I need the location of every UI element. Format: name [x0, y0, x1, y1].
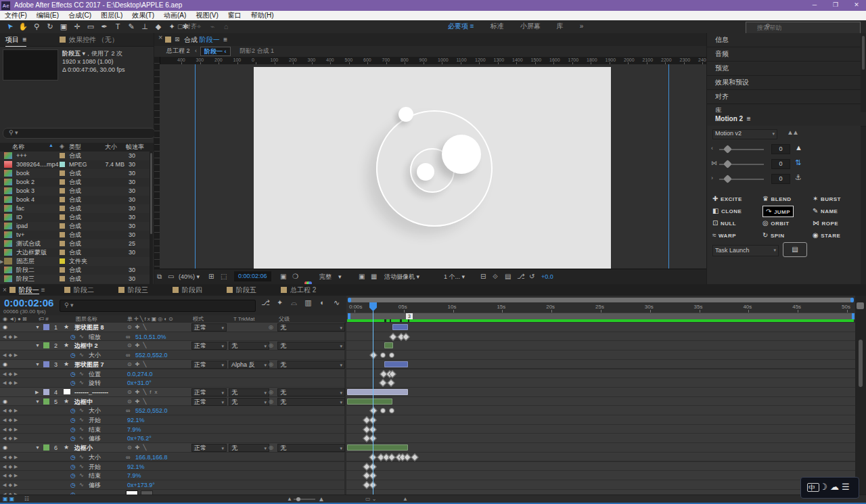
motion-button-burst[interactable]: ✶BURST	[813, 193, 841, 204]
property-row[interactable]: ◀◆▶◷∿缩放∞51.0,51.0%	[0, 332, 344, 342]
close-button[interactable]: ✕	[847, 0, 866, 11]
layer-name-header[interactable]: 图层名称	[76, 315, 97, 323]
property-row[interactable]: ◀◆▶◷∿大小∞552.0,552.0	[0, 406, 344, 415]
timeline-button-icon[interactable]: ▤	[505, 269, 511, 284]
collapse-arrow-icon[interactable]: ▼	[35, 444, 40, 452]
pen-tool-icon[interactable]: ✒	[97, 20, 111, 32]
ime-item-2[interactable]: ☁	[830, 482, 842, 492]
item-label-swatch[interactable]	[60, 232, 65, 237]
ime-item-3[interactable]: ☰	[842, 482, 852, 492]
rotation-tool-icon[interactable]: ↻	[43, 20, 57, 32]
layer-row[interactable]: ◉▼3★形状图层 7⊙✚╲正常▾Alpha 反▾◎无▾	[0, 360, 344, 369]
tab-project[interactable]: 项目 ≡	[5, 33, 26, 47]
lock-icon[interactable]: ⊠	[175, 33, 180, 46]
item-label-swatch[interactable]	[60, 258, 65, 264]
shape-tool-icon[interactable]: ▭	[84, 20, 97, 32]
project-item[interactable]: fac合成30	[0, 204, 154, 213]
trkmat-select[interactable]: 无▾	[229, 388, 269, 396]
slider-knob[interactable]	[723, 160, 732, 168]
slider-side-icon[interactable]: ▲	[795, 143, 802, 152]
eraser-tool-icon[interactable]: ◆	[152, 20, 165, 32]
project-item[interactable]: ipad合成30	[0, 222, 154, 231]
item-label-swatch[interactable]	[60, 223, 65, 229]
keyframe-navigator[interactable]: ◀◆▶	[3, 426, 20, 434]
project-item[interactable]: book 2合成30	[0, 178, 154, 187]
menu-窗口[interactable]: 窗口	[223, 11, 246, 20]
track-row[interactable]	[346, 406, 855, 415]
layer-duration-bar[interactable]	[347, 444, 408, 451]
property-value[interactable]: 0x+31.0°	[127, 379, 152, 387]
collapse-arrow-icon[interactable]: ▼	[35, 342, 40, 350]
item-label-swatch[interactable]	[60, 162, 65, 167]
item-label-swatch[interactable]	[60, 153, 65, 158]
stopwatch-icon[interactable]: ◷	[70, 453, 76, 461]
roi-icon[interactable]: ▣	[359, 269, 365, 284]
property-name[interactable]: 缩放	[89, 333, 101, 341]
collapse-arrow-icon[interactable]: ▼	[35, 398, 40, 406]
brush-tool-icon[interactable]: ✎	[124, 20, 138, 32]
resolution-select[interactable]: 完整 ▾	[319, 269, 342, 284]
project-item[interactable]: book 4合成30	[0, 196, 154, 204]
property-row[interactable]: ◀◆▶◷∿结束7.9%	[0, 471, 344, 480]
property-value[interactable]: 0x+173.9°	[127, 481, 155, 489]
timeline-shuttle[interactable]	[857, 302, 864, 309]
project-item[interactable]: ▶固态层文件夹	[0, 257, 154, 266]
mask-toggle-icon[interactable]: ⬚	[221, 269, 227, 284]
mode-select[interactable]: 正常▾	[191, 323, 227, 331]
property-name[interactable]: 旋转	[89, 379, 101, 387]
layer-row[interactable]: ◉▼5★边框中⊙✚╲正常▾无▾◎无▾	[0, 397, 344, 407]
item-label-swatch[interactable]	[60, 188, 65, 193]
collapse-arrow-icon[interactable]: ▼	[35, 361, 40, 369]
menu-文件(F)[interactable]: 文件(F)	[0, 11, 32, 20]
workspace-标准[interactable]: 标准	[482, 20, 512, 32]
property-name[interactable]: 开始	[89, 416, 101, 424]
project-item[interactable]: book 3合成30	[0, 187, 154, 196]
project-item[interactable]: 3089264....mp4MPEG7.4 MB30	[0, 160, 154, 169]
time-navigator[interactable]	[348, 298, 854, 302]
project-item[interactable]: +++合成30	[0, 152, 154, 160]
timeline-search-input[interactable]: ⚲ ▾	[60, 300, 256, 312]
transparency-grid-icon[interactable]: ▦	[371, 269, 377, 284]
track-row[interactable]	[346, 443, 855, 453]
eye-icon[interactable]: ◉	[3, 398, 7, 406]
motion-button-excite[interactable]: ✚EXCITE	[712, 193, 742, 204]
timeline-header-icon-0[interactable]: ⎇	[258, 298, 273, 307]
keyframe-navigator[interactable]: ◀◆▶	[3, 370, 20, 378]
workspace-必要项[interactable]: 必要项 ≡	[440, 20, 482, 32]
layer-color-swatch[interactable]	[43, 361, 49, 367]
share-view-icon[interactable]: ⊟	[480, 269, 486, 284]
property-row[interactable]: ◀◆▶◷∿大小∞552.0,552.0	[0, 350, 344, 360]
layer-color-swatch[interactable]	[43, 342, 49, 348]
item-label-swatch[interactable]	[60, 214, 65, 220]
stopwatch-icon[interactable]: ◷	[70, 333, 76, 341]
timeline-tab-阶段三[interactable]: 阶段三	[118, 284, 148, 296]
slider-value[interactable]: 0	[771, 174, 790, 184]
pickwhip-icon[interactable]: ◎	[269, 361, 273, 369]
comp-marker[interactable]: 3	[406, 313, 413, 319]
pixel-aspect-icon[interactable]: ⟐	[493, 269, 498, 284]
keyframe[interactable]	[402, 333, 409, 340]
track-row[interactable]	[346, 453, 855, 462]
exposure-value[interactable]: +0.0	[541, 269, 553, 284]
col-size[interactable]: 大小	[105, 143, 117, 152]
parent-header[interactable]: 父级	[279, 315, 290, 323]
keyframe[interactable]	[369, 351, 377, 359]
layer-switches[interactable]: ⊙✚╲fx	[127, 388, 160, 396]
keyframe[interactable]	[389, 333, 396, 340]
property-name[interactable]: 偏移	[89, 434, 101, 442]
keyframe-navigator[interactable]: ◀◆▶	[3, 379, 20, 387]
property-value[interactable]: 166.8,166.8	[135, 453, 168, 461]
panel-header-效果和预设[interactable]: 效果和预设	[707, 76, 866, 90]
guide-right[interactable]	[668, 64, 669, 269]
item-label-swatch[interactable]	[60, 276, 65, 281]
pickwhip-icon[interactable]: ◎	[269, 444, 273, 452]
trkmat-header[interactable]: T TrkMat	[233, 315, 254, 323]
property-value[interactable]: 552.0,552.0	[135, 351, 168, 359]
workspace-小屏幕[interactable]: 小屏幕	[512, 20, 549, 32]
keyframe-navigator[interactable]: ◀◆▶	[3, 407, 20, 415]
item-label-swatch[interactable]	[60, 206, 65, 211]
layer-row[interactable]: ◉▼6★边框小⊙✚╲正常▾无▾◎无▾	[0, 443, 344, 453]
col-fps[interactable]: 帧速率	[126, 143, 144, 152]
roto-brush-tool-icon[interactable]: ✦	[165, 20, 179, 32]
property-name[interactable]: 结束	[89, 426, 101, 434]
